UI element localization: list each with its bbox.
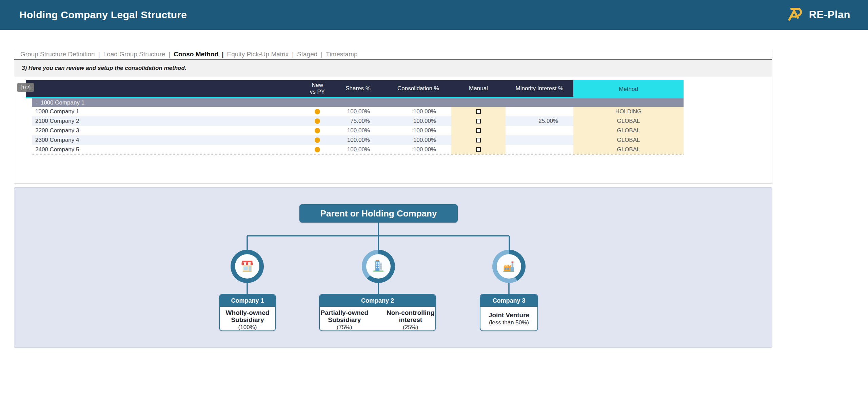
shares-cell: 100.00% bbox=[331, 126, 385, 135]
ownership-percent-label: (75%) bbox=[321, 324, 368, 331]
ownership-type-label: Subsidiary bbox=[321, 316, 368, 323]
status-dot-icon bbox=[315, 128, 320, 133]
col-header-consolidation: Consolidation % bbox=[385, 80, 451, 98]
ownership-type-label: interest bbox=[387, 316, 434, 323]
minority-cell bbox=[506, 126, 573, 135]
col-header-minority: Minority Interest % bbox=[506, 80, 573, 98]
brand-logo: RE-Plan bbox=[787, 5, 850, 24]
shares-cell: 100.00% bbox=[331, 107, 385, 116]
col-header-shares: Shares % bbox=[331, 80, 385, 98]
company-1-card: Company 1 Wholly-owned Subsidiary (100%) bbox=[219, 294, 276, 331]
top-bar: Holding Company Legal Structure RE-Plan bbox=[0, 0, 868, 30]
ownership-type-label: Subsidiary bbox=[226, 316, 270, 323]
col-header-method: Method bbox=[573, 80, 684, 98]
company-3-card: Company 3 Joint Venture (less than 50%) bbox=[480, 294, 538, 331]
new-vs-py-cell bbox=[304, 107, 331, 116]
ownership-percent-label: (less than 50%) bbox=[489, 319, 529, 326]
new-vs-py-cell bbox=[304, 116, 331, 126]
group-row-label: 1000 Company 1 bbox=[41, 99, 84, 106]
tab-separator: | bbox=[95, 51, 103, 58]
shares-cell: 75.00% bbox=[331, 116, 385, 126]
consolidation-cell: 100.00% bbox=[385, 145, 451, 154]
minority-cell: 25.00% bbox=[506, 116, 573, 126]
page-title: Holding Company Legal Structure bbox=[19, 9, 187, 21]
method-cell[interactable]: GLOBAL bbox=[573, 145, 684, 154]
consolidation-cell: 100.00% bbox=[385, 116, 451, 126]
method-cell[interactable]: GLOBAL bbox=[573, 126, 684, 135]
company-2-card-title: Company 2 bbox=[320, 295, 435, 307]
company-3-card-title: Company 3 bbox=[480, 295, 537, 307]
col-header-manual: Manual bbox=[451, 80, 506, 98]
tab-equity-pick-up-matrix[interactable]: Equity Pick-Up Matrix bbox=[227, 51, 289, 58]
manual-checkbox[interactable] bbox=[476, 138, 481, 143]
company-name-cell: 1000 Company 1 bbox=[32, 107, 304, 116]
company-name-cell: 2400 Company 5 bbox=[32, 145, 304, 154]
method-cell[interactable]: HOLDING bbox=[573, 107, 684, 116]
company-3-ownership-ring bbox=[492, 250, 526, 283]
manual-checkbox[interactable] bbox=[476, 128, 481, 133]
status-dot-icon bbox=[315, 109, 320, 114]
table-row: 2300 Company 4 100.00% 100.00% GLOBAL bbox=[32, 135, 684, 145]
ownership-percent-label: (100%) bbox=[226, 324, 270, 331]
grid-header-row: New vs PY Shares % Consolidation % Manua… bbox=[26, 80, 684, 98]
shares-cell: 100.00% bbox=[331, 145, 385, 154]
ownership-type-label: Non-controlling bbox=[387, 309, 434, 316]
tab-group-structure-definition[interactable]: Group Structure Definition bbox=[20, 51, 95, 58]
company-1-card-title: Company 1 bbox=[220, 295, 275, 307]
tab-timestamp[interactable]: Timestamp bbox=[326, 51, 357, 58]
minority-cell bbox=[506, 135, 573, 145]
store-icon bbox=[235, 254, 259, 279]
method-cell[interactable]: GLOBAL bbox=[573, 116, 684, 126]
table-row: 2100 Company 2 75.00% 100.00% 25.00% GLO… bbox=[32, 116, 684, 126]
instruction-text: 3) Here you can review and setup the con… bbox=[14, 60, 772, 77]
tab-load-group-structure[interactable]: Load Group Structure bbox=[103, 51, 165, 58]
company-name-cell: 2100 Company 2 bbox=[32, 116, 304, 126]
page-indicator-badge[interactable]: {1/2} bbox=[17, 83, 34, 92]
new-vs-py-cell bbox=[304, 135, 331, 145]
manual-checkbox[interactable] bbox=[476, 147, 481, 152]
new-vs-py-cell bbox=[304, 145, 331, 154]
company-name-cell: 2300 Company 4 bbox=[32, 135, 304, 145]
tab-separator: | bbox=[289, 51, 297, 58]
company-name-cell: 2200 Company 3 bbox=[32, 126, 304, 135]
ownership-type-label: Joint Venture bbox=[489, 311, 529, 319]
parent-holding-company-node: Parent or Holding Company bbox=[299, 204, 458, 223]
manual-checkbox[interactable] bbox=[476, 109, 481, 114]
group-row-1000-company-1[interactable]: - 1000 Company 1 bbox=[32, 98, 684, 107]
tab-separator: | bbox=[218, 51, 227, 58]
consolidation-cell: 100.00% bbox=[385, 135, 451, 145]
replan-logo-icon bbox=[787, 5, 804, 24]
tab-separator: | bbox=[317, 51, 326, 58]
manual-cell bbox=[451, 116, 506, 126]
manual-cell bbox=[451, 135, 506, 145]
consolidation-cell: 100.00% bbox=[385, 107, 451, 116]
manual-cell bbox=[451, 107, 506, 116]
col-header-company bbox=[26, 80, 304, 98]
ownership-type-label: Partially-owned bbox=[321, 309, 368, 316]
manual-cell bbox=[451, 145, 506, 154]
status-dot-icon bbox=[315, 137, 320, 143]
tab-staged[interactable]: Staged bbox=[297, 51, 317, 58]
company-1-ownership-ring bbox=[231, 250, 264, 283]
table-row: 2400 Company 5 100.00% 100.00% GLOBAL bbox=[32, 145, 684, 155]
ownership-percent-label: (25%) bbox=[387, 324, 434, 331]
manual-checkbox[interactable] bbox=[476, 119, 481, 124]
tab-conso-method[interactable]: Conso Method bbox=[174, 51, 218, 58]
shares-cell: 100.00% bbox=[331, 135, 385, 145]
office-building-icon bbox=[366, 254, 391, 279]
company-2-card: Company 2 Partially-owned Subsidiary (75… bbox=[319, 294, 436, 331]
collapse-indicator[interactable]: - bbox=[36, 99, 38, 106]
factory-icon bbox=[497, 254, 521, 279]
conso-method-grid: New vs PY Shares % Consolidation % Manua… bbox=[26, 80, 684, 155]
manual-cell bbox=[451, 126, 506, 135]
company-2-ownership-ring bbox=[362, 250, 395, 283]
minority-cell bbox=[506, 145, 573, 154]
new-vs-py-cell bbox=[304, 126, 331, 135]
status-dot-icon bbox=[315, 118, 320, 124]
conso-method-panel: Group Structure Definition | Load Group … bbox=[14, 49, 772, 184]
method-cell[interactable]: GLOBAL bbox=[573, 135, 684, 145]
col-header-new-vs-py: New vs PY bbox=[304, 80, 331, 98]
screen: Holding Company Legal Structure RE-Plan … bbox=[0, 0, 868, 398]
brand-name: RE-Plan bbox=[809, 9, 850, 21]
status-dot-icon bbox=[315, 147, 320, 152]
